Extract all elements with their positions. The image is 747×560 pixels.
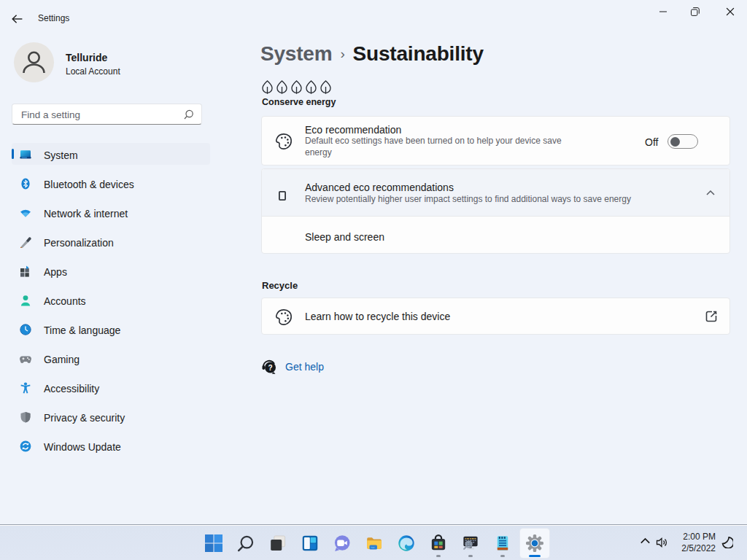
- svg-text:?: ?: [268, 364, 272, 372]
